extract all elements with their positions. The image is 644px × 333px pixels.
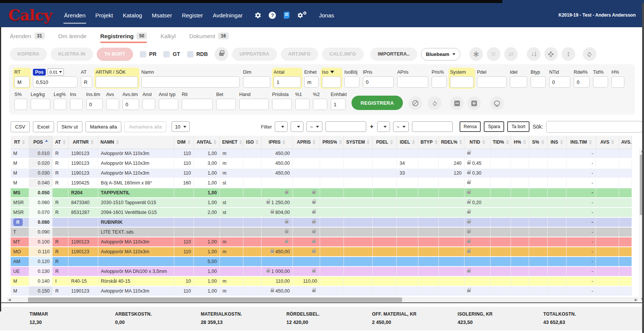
- column-header-ntid[interactable]: NTID: [464, 136, 490, 149]
- table-row[interactable]: MSR0.070R85312872094-1601 Ventilfäste G1…: [11, 208, 632, 217]
- nav-item-projekt[interactable]: Projekt: [95, 10, 113, 21]
- table-row[interactable]: MSR0.060R84733402030-1510 Tappventil G15…: [11, 198, 632, 208]
- leg-input[interactable]: [54, 99, 67, 110]
- menu-lines-button[interactable]: ≡: [487, 47, 500, 61]
- deselect-all-button[interactable]: Avmarkera alla: [124, 121, 166, 132]
- pris-input[interactable]: [432, 76, 447, 88]
- vertical-resize-button[interactable]: ↕: [562, 47, 575, 61]
- ipris-input[interactable]: [363, 76, 394, 88]
- 2-input[interactable]: [313, 99, 327, 110]
- rdel-input[interactable]: [574, 76, 590, 88]
- checkbox-pr[interactable]: PR: [140, 51, 156, 57]
- nav-item-register[interactable]: Register: [182, 10, 203, 21]
- antal-input[interactable]: [274, 76, 301, 88]
- calc-info-button[interactable]: CALC.INFO: [322, 48, 364, 61]
- remove-filter-button[interactable]: Ta bort: [507, 121, 529, 132]
- bet-input[interactable]: [216, 99, 236, 110]
- artnr-s-k-input[interactable]: [96, 76, 138, 88]
- refresh-button[interactable]: [428, 96, 441, 110]
- filter-operator-select-2[interactable]: ~: [393, 121, 409, 132]
- swap-arrows-button[interactable]: ⇄: [504, 47, 518, 61]
- column-header-idel[interactable]: IDEL: [397, 136, 418, 149]
- select-all-button[interactable]: Markera alla: [85, 121, 122, 132]
- column-header-avs[interactable]: AVS: [596, 136, 619, 149]
- save-filter-button[interactable]: Spara: [484, 121, 504, 132]
- column-header-enhet[interactable]: ENHET: [220, 136, 243, 149]
- table-row[interactable]: M0.010R1190123Avloppsrör MA 110x3m1101,0…: [11, 149, 632, 158]
- asterisk-button[interactable]: ∗: [469, 47, 483, 61]
- pos-step-select[interactable]: 0.01: [48, 68, 64, 76]
- rit-input[interactable]: [182, 99, 213, 110]
- idel-input[interactable]: [510, 76, 527, 88]
- checkbox-box-icon[interactable]: [187, 51, 194, 57]
- nav-item-avdelningar[interactable]: Avdelningar: [213, 10, 243, 21]
- checkbox-box-icon[interactable]: [140, 51, 146, 57]
- tab-kalkyl[interactable]: Kalkyl: [161, 28, 176, 44]
- table-row[interactable]: MT0.100R1190123Avloppsrör MA 110x3m1101,…: [11, 237, 632, 247]
- nav-item-katalog[interactable]: Katalog: [123, 10, 142, 21]
- column-header-at[interactable]: AT: [53, 136, 68, 149]
- refresh-button[interactable]: [583, 47, 596, 61]
- horizontal-scrollbar[interactable]: ◀ ▶: [7, 297, 639, 302]
- avs-tim-input[interactable]: [122, 99, 139, 110]
- export-excel-button[interactable]: Excel: [33, 121, 54, 132]
- filter-column-select-1[interactable]: [275, 121, 288, 132]
- prislista-input[interactable]: [272, 99, 292, 110]
- comment-bubble-button[interactable]: [490, 96, 504, 110]
- dim-input[interactable]: [243, 76, 270, 88]
- paste-button[interactable]: KLISTRA IN: [51, 48, 93, 61]
- tab-dokument[interactable]: Dokument16: [189, 28, 229, 44]
- export-csv-button[interactable]: CSV: [11, 121, 30, 132]
- at-input[interactable]: [81, 76, 92, 88]
- delete-button[interactable]: TA BORT: [97, 48, 133, 61]
- isob-j-input[interactable]: [344, 76, 359, 88]
- lock-button[interactable]: [215, 47, 228, 61]
- filter-value-input-2[interactable]: [412, 121, 453, 132]
- table-row[interactable]: M0.040R1190425Böj A-SML 160mm x 88°1601,…: [11, 178, 632, 188]
- table-row[interactable]: T0.090LITE TEXT..sds-: [11, 227, 632, 237]
- namn-input[interactable]: [141, 76, 240, 88]
- plus-square-button[interactable]: [467, 96, 481, 110]
- table-row[interactable]: M0.150R1190123Avloppsrör MA 110x3m1101,0…: [11, 286, 632, 296]
- tid-input[interactable]: [593, 76, 608, 88]
- table-row[interactable]: AM0.120R5,00-: [11, 257, 632, 266]
- settings-gear-icon[interactable]: [254, 11, 262, 19]
- hand-input[interactable]: [239, 99, 269, 110]
- table-row[interactable]: M0.140IR40-15Rörskål 40-15101,00m110,001…: [11, 276, 632, 286]
- ins-input[interactable]: [70, 99, 83, 110]
- column-header-rdel_pct[interactable]: RDEL%: [438, 136, 464, 149]
- system-input[interactable]: [450, 76, 474, 88]
- table-row[interactable]: R0.080RUBNRIK-: [11, 217, 632, 227]
- table-row[interactable]: M0.020R1190123Avloppsrör MA 110x3m1103,0…: [11, 158, 632, 168]
- column-header-iso[interactable]: ISO: [243, 136, 262, 149]
- print-button[interactable]: Skriv ut: [57, 121, 82, 132]
- tab-registrering[interactable]: Registrering50: [100, 28, 147, 44]
- tab-om-rende[interactable]: Om ärende: [58, 28, 87, 44]
- table-row[interactable]: MO0.110R1190123Avloppsrör MA 110x3m1101,…: [11, 247, 632, 257]
- checkbox-gt[interactable]: GT: [163, 51, 180, 57]
- pdel-input[interactable]: [477, 76, 506, 88]
- admin-gears-icon[interactable]: [297, 11, 307, 19]
- filter-value-input-1[interactable]: [325, 121, 366, 132]
- column-header-avs_t[interactable]: AVS.: [619, 136, 632, 149]
- column-header-system[interactable]: SYSTEM: [344, 136, 372, 149]
- avs-input[interactable]: [106, 99, 119, 110]
- nav-item-renden[interactable]: Ärenden: [64, 10, 86, 21]
- move-button[interactable]: [544, 47, 558, 61]
- apris-input[interactable]: [397, 76, 428, 88]
- minus-square-button[interactable]: [450, 96, 464, 110]
- import-source-select[interactable]: Bluebeam: [421, 48, 460, 60]
- column-header-h_pct[interactable]: H%: [511, 136, 529, 149]
- column-header-antal[interactable]: ANTAL: [194, 136, 220, 149]
- scrollbar-thumb[interactable]: [28, 297, 402, 302]
- iso-input[interactable]: [322, 76, 341, 88]
- column-header-ins_tim[interactable]: INS.TIM: [566, 136, 596, 149]
- enhfakt-input[interactable]: [331, 99, 346, 110]
- manual-book-icon[interactable]: [283, 11, 291, 19]
- column-header-dim[interactable]: DIM: [174, 136, 194, 149]
- ins-tim-input[interactable]: [86, 99, 103, 110]
- search-input[interactable]: [546, 121, 642, 133]
- ansl-input[interactable]: [142, 99, 155, 110]
- leg-kg-input[interactable]: [31, 99, 50, 110]
- column-header-tid_pct[interactable]: TID%: [490, 136, 511, 149]
